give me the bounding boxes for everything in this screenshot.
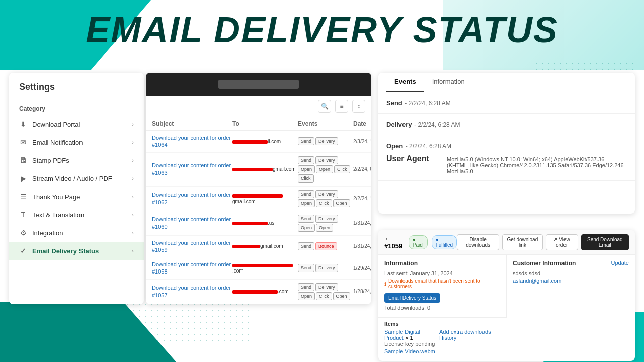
email-panel: 🔍 ≡ ↕ Subject To Events Date Download yo… (146, 73, 371, 304)
chevron-icon-text-translation: › (132, 212, 134, 218)
col-subject: Subject (152, 120, 232, 127)
sidebar-item-stream-video[interactable]: ▶ Stream Video / Audio / PDF › (9, 169, 144, 188)
event-open-date: - 2/2/24, 6:28 AM (406, 143, 451, 150)
update-link[interactable]: Update (611, 260, 629, 267)
disable-downloads-button[interactable]: Disable downloads (457, 234, 499, 250)
chevron-icon-download-portal: › (132, 121, 134, 127)
email-date: 1/29/24, 5:48 PM (353, 265, 371, 271)
redacted-email (232, 140, 268, 144)
menu-icon-stamp-pdfs: 🖺 (19, 156, 27, 164)
event-open: Open - 2/2/24, 6:28 AM User Agent Mozill… (378, 135, 635, 181)
menu-label-download-portal: Download Portal (32, 121, 80, 128)
menu-label-stream-video: Stream Video / Audio / PDF (32, 175, 112, 183)
email-subject-link[interactable]: Download your content for order #1059 (152, 239, 232, 254)
send-download-email-button[interactable]: Send Download Email (581, 234, 629, 250)
badge-click: Click (334, 165, 350, 173)
menu-label-email-notification: Email Notification (32, 139, 83, 146)
badge-open: Open (333, 292, 350, 300)
email-subject-link[interactable]: Download your content for order #1060 (152, 216, 232, 230)
add-extra-downloads-link[interactable]: Add extra downloads (439, 329, 491, 335)
badge-send: Send (298, 156, 314, 164)
redacted-email (232, 290, 278, 294)
search-icon[interactable]: 🔍 (318, 100, 331, 113)
email-to: gmail.com (232, 193, 298, 204)
order-header: ← #1059 ● Paid ● Fulfilled Disable downl… (378, 230, 635, 255)
email-subject-link[interactable]: Download your content for order #1064 (152, 134, 232, 149)
order-body: Information Last sent: January 31, 2024 … (378, 255, 635, 361)
items-title: Items (384, 321, 501, 327)
event-badges: SendDeliveryOpenOpen (298, 215, 353, 232)
table-row[interactable]: Download your content for order #1062 gm… (146, 187, 371, 211)
email-date: 2/2/24, 6:28 AM (353, 166, 371, 172)
settings-title: Settings (9, 73, 144, 99)
events-tabs: Events Information (378, 73, 635, 92)
badge-open: Open (298, 292, 315, 300)
email-delivery-status-button[interactable]: Email Delivery Status (384, 293, 440, 303)
email-subject-link[interactable]: Download your content for order #1063 (152, 162, 232, 176)
order-info-title: Information (384, 260, 500, 267)
email-date: 1/31/24, 4:46 AM (353, 243, 371, 249)
email-table-header: Subject To Events Date (146, 117, 371, 131)
table-row[interactable]: Download your content for order #1064 il… (146, 131, 371, 153)
settings-panel: Settings Category ⬇ Download Portal › ✉ … (9, 73, 144, 304)
email-to: .com (232, 262, 298, 274)
table-row[interactable]: Download your content for order #1060 .u… (146, 211, 371, 236)
badge-open: Open (298, 165, 315, 173)
order-badge-paid: ● Paid (409, 235, 428, 249)
customer-info-title: Customer Information Update (513, 260, 629, 267)
chevron-icon-integration: › (132, 230, 134, 236)
redacted-email (232, 194, 283, 198)
history-link[interactable]: History (439, 335, 456, 341)
menu-label-thank-you-page: Thank You Page (32, 193, 80, 201)
sort-icon[interactable]: ↕ (352, 100, 365, 113)
alert-icon: ℹ (384, 281, 386, 287)
badge-delivery: Delivery (315, 283, 338, 291)
email-panel-header (146, 73, 371, 96)
chevron-icon-stamp-pdfs: › (132, 157, 134, 163)
sidebar-item-thank-you-page[interactable]: ☰ Thank You Page › (9, 188, 144, 206)
event-send-title: Send (386, 99, 403, 107)
col-date: Date (353, 120, 371, 127)
table-row[interactable]: Download your content for order #1059 gm… (146, 236, 371, 258)
tab-events[interactable]: Events (386, 73, 424, 92)
sidebar-item-integration[interactable]: ⚙ Integration › (9, 224, 144, 242)
email-subject-link[interactable]: Download your content for order #1057 (152, 284, 232, 299)
order-back-button[interactable]: ← #1059 (384, 235, 405, 250)
menu-label-text-translation: Text & Translation (32, 211, 84, 219)
sidebar-item-stamp-pdfs[interactable]: 🖺 Stamp PDFs › (9, 151, 144, 169)
badge-send: Send (298, 283, 314, 291)
email-to: gmail.com (232, 243, 298, 249)
event-delivery-title: Delivery (386, 121, 412, 128)
email-to: .com (232, 289, 298, 294)
email-subject-link[interactable]: Download your content for order #1058 (152, 261, 232, 276)
menu-icon-stream-video: ▶ (19, 174, 27, 183)
menu-icon-integration: ⚙ (19, 229, 27, 237)
sidebar-item-text-translation[interactable]: T Text & Translation › (9, 206, 144, 224)
sample-video-link[interactable]: Sample Video.webm (384, 348, 435, 354)
menu-label-stamp-pdfs: Stamp PDFs (32, 157, 69, 164)
table-row[interactable]: Download your content for order #1063 gm… (146, 153, 371, 187)
sidebar-item-email-delivery-status[interactable]: ✓ Email Delivery Status › (9, 242, 144, 260)
filter-icon[interactable]: ≡ (335, 100, 348, 113)
event-badges: SendDeliveryOpenOpenClickClick (298, 156, 353, 183)
view-order-button[interactable]: ↗ View order (546, 234, 578, 250)
get-download-link-button[interactable]: Get download link (502, 234, 543, 250)
event-badges: SendDeliveryOpenClickOpen (298, 190, 353, 207)
event-open-title: Open (386, 142, 403, 150)
event-badges: SendDelivery (298, 137, 353, 145)
search-bar-placeholder[interactable] (218, 80, 299, 89)
email-date: 2/2/24, 12:11 AM (353, 196, 371, 201)
customer-email[interactable]: aslandr@gmail.com (513, 278, 561, 284)
badge-click: Click (298, 174, 314, 183)
email-subject-link[interactable]: Download your content for order #1062 (152, 191, 232, 206)
badge-delivery: Delivery (315, 264, 338, 272)
tab-information[interactable]: Information (424, 73, 473, 92)
redacted-email (232, 168, 273, 171)
menu-icon-email-delivery-status: ✓ (19, 247, 27, 255)
table-row[interactable]: Download your content for order #1057 .c… (146, 280, 371, 304)
sidebar-item-email-notification[interactable]: ✉ Email Notification › (9, 133, 144, 151)
item-product-link[interactable]: Sample Digital Product (384, 329, 420, 341)
table-row[interactable]: Download your content for order #1058 .c… (146, 257, 371, 280)
order-badge-fulfilled: ● Fulfilled (432, 235, 457, 249)
sidebar-item-download-portal[interactable]: ⬇ Download Portal › (9, 115, 144, 133)
